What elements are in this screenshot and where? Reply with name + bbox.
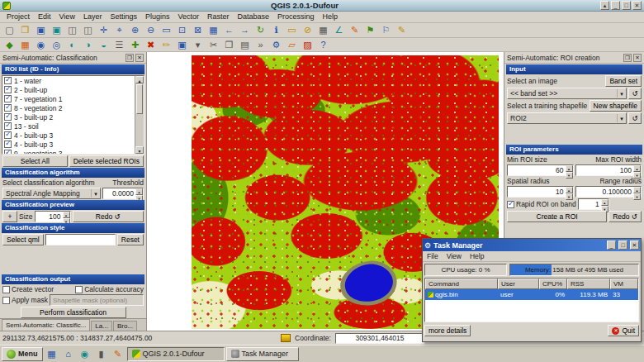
terminal-icon[interactable]: ▮ [94, 347, 109, 361]
spin-arrows[interactable] [633, 187, 641, 197]
menubar-item[interactable]: Settings [106, 12, 141, 22]
new-project-icon[interactable]: ▢ [2, 24, 17, 36]
select-qml-button[interactable]: Select qml [2, 234, 44, 245]
range-radius-spinbox[interactable]: 0.100000 [575, 186, 642, 198]
menubar-item[interactable]: Processing [273, 12, 319, 22]
menubar-item[interactable]: Edit [34, 12, 55, 22]
perform-classification-button[interactable]: Perform classification [21, 307, 126, 318]
roi-checkbox[interactable] [4, 131, 12, 139]
taskbar-qgis-task[interactable]: QGIS 2.0.1-Dufour [127, 347, 225, 361]
column-header[interactable]: CPU% [539, 279, 567, 289]
refresh-image-list-button[interactable]: ↺ [628, 88, 642, 99]
scp-roi-icon[interactable]: ▱ [284, 39, 300, 51]
scroll-up-icon[interactable] [135, 76, 144, 83]
add-wfs-layer-icon[interactable]: ◒ [96, 39, 111, 51]
zoom-native-icon[interactable]: ▭ [159, 24, 174, 36]
rapid-roi-checkbox[interactable] [507, 201, 514, 208]
rapid-roi-band-spinbox[interactable]: 1 [578, 198, 609, 210]
apply-mask-checkbox[interactable] [2, 297, 10, 304]
roi-list[interactable]: 1 - water 2 - built-up 7 - vegetation 1 … [2, 75, 144, 155]
tab-semi-automatic-classification[interactable]: Semi-Automatic: Classific... [2, 319, 90, 331]
zoom-to-selection-icon[interactable]: ⊠ [190, 24, 206, 36]
coordinate-input[interactable]: 309301,464015 [335, 333, 424, 344]
scroll-down-icon[interactable] [135, 146, 144, 154]
spin-arrows[interactable] [135, 188, 143, 198]
roi-checkbox[interactable] [4, 141, 12, 148]
home-folder-icon[interactable]: ⌂ [61, 347, 76, 361]
coordinate-capture-icon[interactable] [281, 334, 291, 342]
create-roi-button[interactable]: Create a ROI [507, 211, 607, 222]
start-menu-button[interactable]: Menu [2, 347, 43, 361]
roi-list-item[interactable]: 3 - built-up 2 [2, 112, 144, 121]
roi-checkbox[interactable] [4, 95, 12, 102]
roi-list-item[interactable]: 2 - built-up [2, 85, 144, 94]
column-header[interactable]: Command [425, 279, 498, 289]
menubar-item[interactable]: Database [234, 12, 274, 22]
open-project-icon[interactable]: ❐ [17, 24, 33, 36]
cut-features-icon[interactable]: ✂ [206, 39, 221, 51]
zoom-in-icon[interactable]: ⊕ [127, 24, 143, 36]
refresh-map-icon[interactable]: ↻ [253, 24, 268, 36]
deselect-features-icon[interactable]: ⊘ [300, 24, 315, 36]
annotation-icon[interactable]: ✎ [394, 24, 410, 36]
tab-layers[interactable]: La... [91, 321, 112, 331]
threshold-spinbox[interactable]: 0.0000 [102, 188, 144, 199]
dock-close-icon[interactable]: ✕ [633, 54, 642, 62]
pan-to-selection-icon[interactable]: ⌖ [111, 24, 127, 36]
create-vector-checkbox[interactable]: Create vector [2, 285, 54, 293]
reset-style-button[interactable]: Reset [117, 234, 144, 245]
scrollbar-thumb[interactable] [136, 84, 143, 114]
tm-maximize-button[interactable]: □ [618, 241, 627, 250]
composer-manager-icon[interactable]: ◫ [80, 24, 96, 36]
preview-redo-button[interactable]: Redo ↺ [73, 211, 144, 222]
copy-features-icon[interactable]: ❐ [221, 39, 237, 51]
select-features-icon[interactable]: ▭ [284, 24, 300, 36]
process-row-selected[interactable]: qgis.bin user 0% 119.3 MB 33 [425, 289, 638, 300]
window-titlebar[interactable]: QGIS 2.0.1-Dufour ▴ _ □ ✕ [0, 0, 644, 12]
python-console-icon[interactable]: » [253, 39, 268, 51]
help-contents-icon[interactable]: ? [315, 39, 331, 51]
zoom-full-icon[interactable]: ⊡ [174, 24, 190, 36]
band-set-button[interactable]: Band set [605, 75, 642, 87]
maximize-button[interactable]: □ [622, 1, 631, 10]
remove-layer-icon[interactable]: ✖ [143, 39, 159, 51]
identify-icon[interactable]: ℹ [268, 24, 284, 36]
add-delimited-text-icon[interactable]: ☰ [111, 39, 127, 51]
max-roi-width-spinbox[interactable]: 100 [575, 164, 642, 176]
show-desktop-icon[interactable]: ▦ [45, 347, 59, 361]
add-postgis-layer-icon[interactable]: ◉ [33, 39, 49, 51]
min-roi-size-spinbox[interactable]: 60 [507, 164, 574, 176]
save-project-as-icon[interactable]: ▣ [49, 24, 64, 36]
image-combobox[interactable]: << band set >> [507, 88, 627, 99]
chevron-down-icon[interactable] [617, 89, 626, 98]
roi-list-item[interactable]: 13 - soil [2, 121, 144, 131]
spatial-radius-spinbox[interactable]: 10 [507, 186, 574, 198]
task-manager-titlebar[interactable]: ⚙ Task Manager _ □ ✕ [423, 239, 641, 251]
taskbar-task-manager-task[interactable]: Task Manager [226, 347, 299, 361]
column-header[interactable]: RSS [567, 279, 610, 289]
menubar-item[interactable]: Project [2, 12, 34, 22]
calculate-accuracy-checkbox[interactable]: Calculate accuracy [75, 285, 144, 293]
new-bookmark-icon[interactable]: ⚑ [362, 24, 378, 36]
menubar-item[interactable]: Help [319, 12, 343, 22]
more-details-button[interactable]: more details [424, 325, 471, 336]
column-header[interactable]: User [498, 279, 539, 289]
checkbox-icon[interactable] [75, 286, 83, 293]
new-shapefile-icon[interactable]: ✚ [127, 39, 143, 51]
save-edits-icon[interactable]: ▣ [174, 39, 190, 51]
task-manager-window[interactable]: ⚙ Task Manager _ □ ✕ FileViewHelp CPU us… [422, 238, 642, 342]
pan-map-icon[interactable]: ✛ [96, 24, 111, 36]
delete-selected-rois-button[interactable]: Delete selected ROIs [69, 155, 144, 167]
zoom-to-layer-icon[interactable]: ▦ [206, 24, 221, 36]
current-edits-icon[interactable]: ▾ [190, 39, 206, 51]
dock-float-icon[interactable]: ❐ [623, 54, 632, 62]
roi-checkbox[interactable] [4, 104, 12, 112]
editor-icon[interactable]: ✎ [111, 347, 125, 361]
plugin-manager-icon[interactable]: ⚙ [268, 39, 284, 51]
roi-checkbox[interactable] [4, 86, 12, 93]
checkbox-icon[interactable] [2, 286, 10, 293]
training-shapefile-combobox[interactable]: ROI2 [507, 112, 627, 124]
zoom-last-icon[interactable]: ← [221, 24, 237, 36]
roi-checkbox[interactable] [4, 113, 12, 121]
spin-arrows[interactable] [63, 212, 70, 221]
